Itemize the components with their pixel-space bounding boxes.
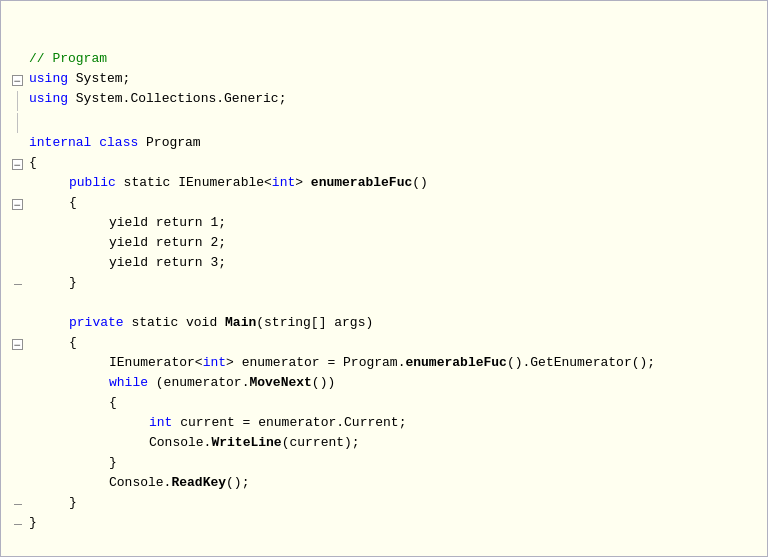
token: Main (225, 315, 256, 330)
token: System.Collections.Generic; (68, 91, 286, 106)
code-line: while (enumerator.MoveNext()) (1, 373, 767, 393)
token: } (109, 455, 117, 470)
token: () (412, 175, 428, 190)
code-content: yield return 2; (29, 233, 767, 253)
token: while (109, 375, 148, 390)
collapse-button[interactable]: − (12, 75, 23, 86)
token: System; (68, 71, 130, 86)
code-line: yield return 1; (1, 213, 767, 233)
token: int (203, 355, 226, 370)
code-line: { (1, 393, 767, 413)
token: WriteLine (211, 435, 281, 450)
code-area[interactable]: // Program−using System;using System.Col… (1, 1, 767, 556)
token: { (69, 335, 77, 350)
code-line: int current = enumerator.Current; (1, 413, 767, 433)
code-content: { (29, 393, 767, 413)
code-line (1, 293, 767, 313)
code-content: } (29, 493, 767, 513)
code-content: yield return 1; (29, 213, 767, 233)
token: internal (29, 135, 91, 150)
token: } (29, 515, 37, 530)
code-line: } (1, 513, 767, 533)
token: yield (109, 235, 148, 250)
code-line: Console.WriteLine(current); (1, 433, 767, 453)
code-content: yield return 3; (29, 253, 767, 273)
collapse-button[interactable]: − (12, 339, 23, 350)
code-line: −{ (1, 193, 767, 213)
code-content: Console.ReadKey(); (29, 473, 767, 493)
code-content: { (29, 153, 767, 173)
code-content: IEnumerator<int> enumerator = Program.en… (29, 353, 767, 373)
token: (string[] args) (256, 315, 373, 330)
code-line: −using System; (1, 69, 767, 89)
code-line: Console.ReadKey(); (1, 473, 767, 493)
token: Program (138, 135, 200, 150)
token: > (295, 175, 311, 190)
code-content: { (29, 193, 767, 213)
token: enumerableFuc (311, 175, 412, 190)
code-content (29, 293, 767, 313)
token: (current); (282, 435, 360, 450)
code-line: } (1, 273, 767, 293)
editor-window: // Program−using System;using System.Col… (0, 0, 768, 557)
code-content: while (enumerator.MoveNext()) (29, 373, 767, 393)
code-content: { (29, 333, 767, 353)
line-marker (12, 519, 23, 530)
token: (); (226, 475, 249, 490)
code-content: using System; (29, 69, 767, 89)
token: int (149, 415, 172, 430)
code-line: } (1, 493, 767, 513)
code-line: yield return 3; (1, 253, 767, 273)
code-line: } (1, 453, 767, 473)
code-content: public static IEnumerable<int> enumerabl… (29, 173, 767, 193)
token: { (109, 395, 117, 410)
token: > enumerator = Program. (226, 355, 405, 370)
token: (enumerator. (148, 375, 249, 390)
code-line: −{ (1, 333, 767, 353)
token: Console. (149, 435, 211, 450)
code-content: int current = enumerator.Current; (29, 413, 767, 433)
token: ().GetEnumerator(); (507, 355, 655, 370)
collapse-button[interactable]: − (12, 159, 23, 170)
token: MoveNext (249, 375, 311, 390)
token: ()) (312, 375, 335, 390)
code-line: IEnumerator<int> enumerator = Program.en… (1, 353, 767, 373)
token: // Program (29, 51, 107, 66)
code-line: private static void Main(string[] args) (1, 313, 767, 333)
code-content: private static void Main(string[] args) (29, 313, 767, 333)
token: private (69, 315, 124, 330)
code-content: } (29, 513, 767, 533)
token: Console. (109, 475, 171, 490)
token: yield (109, 215, 148, 230)
line-marker (12, 499, 23, 510)
code-content: // Program (29, 49, 767, 69)
token: } (69, 275, 77, 290)
code-line: public static IEnumerable<int> enumerabl… (1, 173, 767, 193)
token: return 1; (148, 215, 226, 230)
token: return 3; (148, 255, 226, 270)
token: yield (109, 255, 148, 270)
token: using (29, 91, 68, 106)
token: return 2; (148, 235, 226, 250)
code-content: Console.WriteLine(current); (29, 433, 767, 453)
token: { (29, 155, 37, 170)
code-content: using System.Collections.Generic; (29, 89, 767, 111)
token: { (69, 195, 77, 210)
token: } (69, 495, 77, 510)
code-line: yield return 2; (1, 233, 767, 253)
line-marker (12, 279, 23, 290)
collapse-button[interactable]: − (12, 199, 23, 210)
token: using (29, 71, 68, 86)
token: int (272, 175, 295, 190)
token: enumerableFuc (405, 355, 506, 370)
token: static IEnumerable< (116, 175, 272, 190)
code-line: internal class Program (1, 133, 767, 153)
code-content: } (29, 273, 767, 293)
token: ReadKey (171, 475, 226, 490)
code-content: internal class Program (29, 133, 767, 153)
token: IEnumerator< (109, 355, 203, 370)
code-line: // Program (1, 49, 767, 69)
code-line: using System.Collections.Generic; (1, 89, 767, 111)
token: public (69, 175, 116, 190)
code-content (29, 111, 767, 133)
